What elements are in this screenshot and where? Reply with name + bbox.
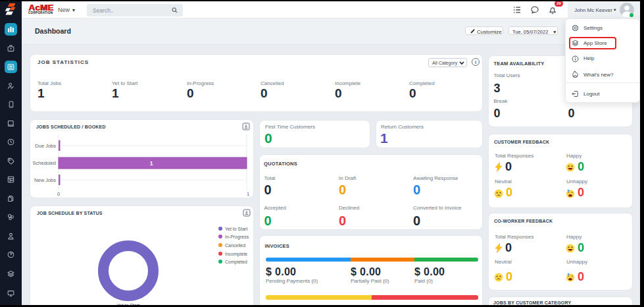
svg-text:1: 1	[247, 191, 249, 196]
svg-text:CORPORATION: CORPORATION	[28, 11, 53, 14]
svg-text:1: 1	[150, 160, 153, 167]
svg-text:Scheduled: Scheduled	[33, 160, 56, 166]
svg-text:Due Jobs: Due Jobs	[35, 143, 56, 149]
svg-text:0: 0	[57, 191, 60, 196]
svg-text:New Jobs: New Jobs	[34, 177, 56, 183]
